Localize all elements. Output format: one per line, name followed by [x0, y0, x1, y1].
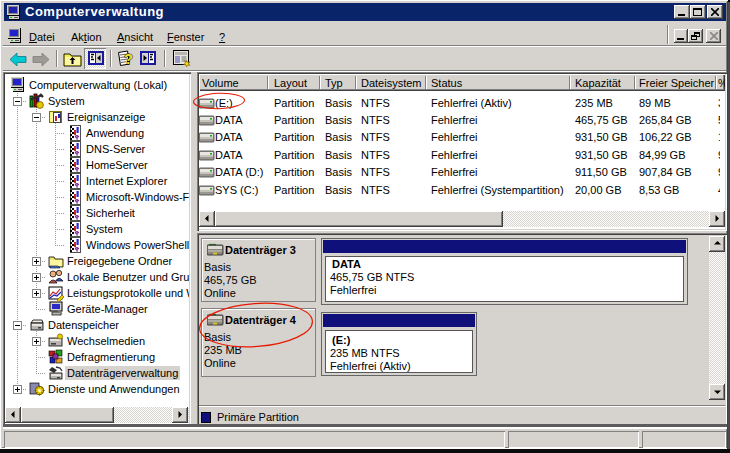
svg-text:?: ?	[124, 50, 133, 67]
